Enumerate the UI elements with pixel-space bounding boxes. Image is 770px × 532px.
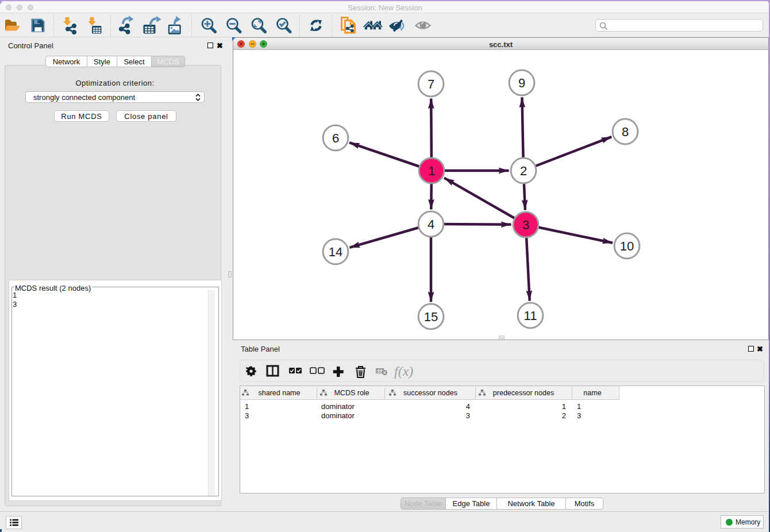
svg-text:7: 7 [428,77,434,91]
svg-text:1: 1 [428,164,435,178]
svg-text:10: 10 [620,239,634,253]
svg-text:9: 9 [518,76,525,90]
svg-text:8: 8 [622,125,629,139]
svg-text:15: 15 [424,310,438,324]
svg-text:f(x): f(x) [394,364,413,379]
svg-text:6: 6 [332,131,339,145]
svg-text:14: 14 [329,245,342,259]
svg-text:2: 2 [520,164,527,178]
svg-text:4: 4 [428,217,434,232]
svg-text:11: 11 [524,309,537,323]
svg-text:3: 3 [522,218,529,232]
